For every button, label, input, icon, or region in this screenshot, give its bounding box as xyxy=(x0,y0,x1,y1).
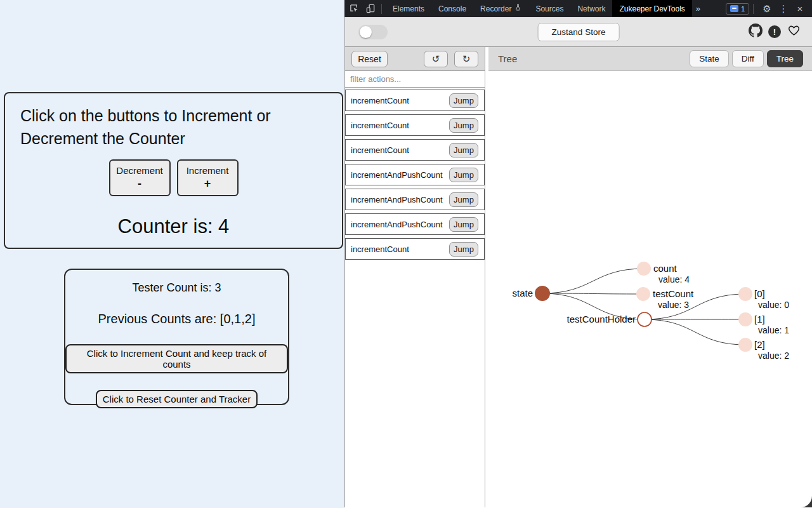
plus-symbol: + xyxy=(204,177,211,190)
jump-button[interactable]: Jump xyxy=(449,118,478,133)
actions-header: Reset ↺ ↻ xyxy=(345,47,485,71)
counter-buttons-row: Decrement - Increment + xyxy=(5,159,342,196)
decrement-button-label: Decrement xyxy=(116,165,162,176)
tab-network[interactable]: Network xyxy=(570,0,612,17)
tree-view-title: Tree xyxy=(498,53,517,64)
action-row: incrementAndPushCount Jump xyxy=(345,213,485,235)
action-row: incrementCount Jump xyxy=(345,90,485,111)
tree-label-state: state xyxy=(512,288,533,298)
devtools-tabbar: Elements Console Recorder Sources Networ… xyxy=(344,0,812,17)
tab-recorder[interactable]: Recorder xyxy=(473,0,528,17)
tree-label-testcountholder: testCountHolder xyxy=(567,314,636,324)
action-row: incrementCount Jump xyxy=(345,114,485,136)
flask-icon xyxy=(514,4,521,13)
zukeeper-toolbar: Zustand Store ! xyxy=(344,17,812,47)
tree-node-state[interactable] xyxy=(535,286,550,301)
tab-console[interactable]: Console xyxy=(431,0,473,17)
message-bubble-icon xyxy=(730,5,738,12)
tabbar-divider xyxy=(381,4,382,14)
toggle-knob xyxy=(360,26,372,38)
tree-label-0: [0] xyxy=(754,288,765,299)
tree-value-2: value: 2 xyxy=(758,351,789,361)
view-tabs: State Diff Tree xyxy=(690,50,803,67)
reset-actions-button[interactable]: Reset xyxy=(351,51,388,67)
decrement-button[interactable]: Decrement - xyxy=(109,159,171,196)
tree-pane: Tree State Diff Tree xyxy=(488,47,812,507)
tree-label-1: [1] xyxy=(754,314,765,324)
error-icon[interactable]: ! xyxy=(768,25,781,38)
tabbar-divider xyxy=(753,4,754,14)
github-icon[interactable] xyxy=(749,23,763,40)
action-row: incrementAndPushCount Jump xyxy=(345,164,485,185)
undo-icon[interactable]: ↺ xyxy=(424,51,448,67)
action-list: incrementCount Jump incrementCount Jump … xyxy=(345,88,485,263)
tree-edge xyxy=(542,269,644,293)
track-counts-button[interactable]: Click to Increment Count and keep track … xyxy=(65,344,288,373)
device-toolbar-icon[interactable] xyxy=(363,2,377,16)
tab-diff[interactable]: Diff xyxy=(732,50,764,67)
tabbar-right-controls: 1 ⚙ ⋮ × xyxy=(726,2,807,16)
tree-node-testcount[interactable] xyxy=(636,287,650,301)
filter-actions-input[interactable] xyxy=(345,71,485,88)
tree-label-2: [2] xyxy=(754,339,765,350)
tree-edge xyxy=(542,293,643,294)
issues-count: 1 xyxy=(741,5,745,13)
tree-label-testcount: testCount xyxy=(653,288,694,299)
inspect-icon[interactable] xyxy=(347,2,361,16)
zustand-store-button[interactable]: Zustand Store xyxy=(538,23,620,41)
jump-button[interactable]: Jump xyxy=(449,168,478,182)
counter-card: Click on the buttons to Increment or Dec… xyxy=(4,92,343,249)
action-row: incrementAndPushCount Jump xyxy=(345,189,485,210)
counter-value-text: Counter is: 4 xyxy=(5,215,342,238)
previous-counts-text: Previous Counts are: [0,1,2] xyxy=(98,312,256,326)
app-page: Click on the buttons to Increment or Dec… xyxy=(0,0,344,508)
tree-edge xyxy=(645,319,745,345)
tree-header: Tree State Diff Tree xyxy=(488,47,812,71)
tree-node-2[interactable] xyxy=(738,338,752,352)
jump-button[interactable]: Jump xyxy=(449,93,478,108)
redo-icon[interactable]: ↻ xyxy=(454,51,478,67)
tree-value-count: value: 4 xyxy=(658,274,690,284)
tab-sources[interactable]: Sources xyxy=(528,0,570,17)
jump-button[interactable]: Jump xyxy=(449,143,478,157)
tab-state[interactable]: State xyxy=(690,50,729,67)
action-row: incrementCount Jump xyxy=(345,238,485,260)
screen: Click on the buttons to Increment or Dec… xyxy=(0,0,812,508)
close-devtools-icon[interactable]: × xyxy=(793,2,807,16)
jump-button[interactable]: Jump xyxy=(449,217,478,232)
tab-elements[interactable]: Elements xyxy=(386,0,431,17)
tree-value-0: value: 0 xyxy=(758,300,789,310)
state-tree-canvas: state count value: 4 testCount value: 3 … xyxy=(488,71,812,507)
kebab-menu-icon[interactable]: ⋮ xyxy=(776,2,790,16)
tester-count-text: Tester Count is: 3 xyxy=(132,281,221,295)
reset-tracker-button[interactable]: Click to Reset Counter and Tracker xyxy=(96,390,258,408)
tree-node-0[interactable] xyxy=(738,287,752,301)
minus-symbol: - xyxy=(138,177,141,190)
more-tabs-chevron[interactable]: » xyxy=(692,4,704,13)
action-row: incrementCount Jump xyxy=(345,139,485,161)
record-toggle[interactable] xyxy=(358,25,388,39)
increment-button[interactable]: Increment + xyxy=(177,159,239,196)
tree-label-count: count xyxy=(653,263,678,274)
toolbar-icons: ! xyxy=(749,23,801,40)
tab-tree[interactable]: Tree xyxy=(767,50,803,67)
heart-icon[interactable] xyxy=(787,23,801,40)
issues-badge[interactable]: 1 xyxy=(726,3,749,15)
state-tree-svg: state count value: 4 testCount value: 3 … xyxy=(488,71,811,507)
tree-value-testcount: value: 3 xyxy=(658,300,689,310)
devtools-panel: Elements Console Recorder Sources Networ… xyxy=(344,0,812,508)
tree-node-count[interactable] xyxy=(637,262,651,276)
tree-node-testcountholder[interactable] xyxy=(638,312,652,326)
devtools-content: Reset ↺ ↻ incrementCount Jump incrementC… xyxy=(344,47,812,507)
tester-card: Tester Count is: 3 Previous Counts are: … xyxy=(64,269,289,405)
history-buttons: ↺ ↻ xyxy=(424,51,478,67)
tree-node-1[interactable] xyxy=(738,312,752,326)
tree-value-1: value: 1 xyxy=(758,325,789,335)
jump-button[interactable]: Jump xyxy=(449,192,478,207)
tab-zukeeper-devtools[interactable]: Zukeeper DevTools xyxy=(612,0,691,17)
jump-button[interactable]: Jump xyxy=(449,242,478,257)
actions-pane: Reset ↺ ↻ incrementCount Jump incrementC… xyxy=(345,47,485,507)
increment-button-label: Increment xyxy=(187,165,229,176)
settings-gear-icon[interactable]: ⚙ xyxy=(760,2,774,16)
counter-card-title: Click on the buttons to Increment or Dec… xyxy=(20,105,327,150)
